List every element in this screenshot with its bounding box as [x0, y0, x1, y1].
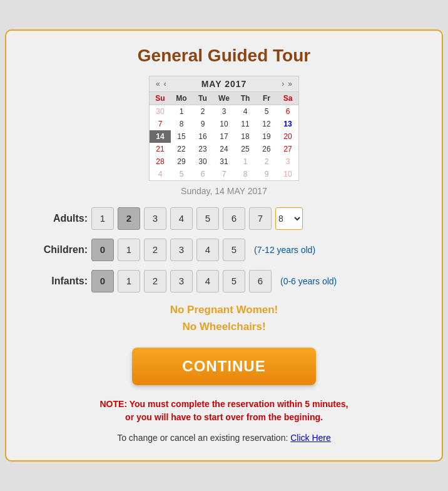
cal-cell-29[interactable]: 29 — [171, 155, 192, 168]
cal-cell-1[interactable]: 1 — [235, 155, 256, 168]
cal-next-year-btn[interactable]: » — [287, 80, 293, 88]
cal-cell-21[interactable]: 21 — [150, 143, 171, 155]
warning-2: No Wheelchairs! — [31, 318, 417, 335]
main-container: General Guided Tour « ‹ MAY 2017 › » Su … — [5, 29, 443, 462]
cal-dayname-th: Th — [235, 92, 256, 105]
cal-cell-7[interactable]: 7 — [150, 118, 171, 130]
children-note: (7-12 years old) — [254, 245, 315, 255]
cal-prev-month-btn[interactable]: ‹ — [163, 80, 168, 88]
infants-btn-4[interactable]: 4 — [196, 270, 219, 292]
cal-dayname-we: We — [213, 92, 235, 105]
page-title: General Guided Tour — [31, 46, 417, 66]
cal-next-group[interactable]: › » — [280, 80, 293, 88]
adults-label: Adults: — [31, 213, 88, 224]
cal-prev-group[interactable]: « ‹ — [155, 80, 168, 88]
cal-cell-17[interactable]: 17 — [213, 130, 235, 143]
cal-cell-3[interactable]: 3 — [213, 105, 235, 118]
cal-cell-8[interactable]: 8 — [171, 118, 192, 130]
note-line1: NOTE: You must complete the reservation … — [100, 399, 349, 409]
cal-cell-6[interactable]: 6 — [277, 105, 298, 118]
cal-cell-9[interactable]: 9 — [256, 168, 277, 180]
cal-cell-20[interactable]: 20 — [277, 130, 298, 143]
adults-btn-7[interactable]: 7 — [249, 207, 272, 230]
cal-cell-18[interactable]: 18 — [235, 130, 256, 143]
cal-cell-4[interactable]: 4 — [235, 105, 256, 118]
children-label: Children: — [31, 244, 88, 256]
cal-cell-7[interactable]: 7 — [213, 168, 235, 180]
adults-btn-5[interactable]: 5 — [196, 207, 219, 230]
cal-cell-30[interactable]: 30 — [150, 105, 171, 118]
cal-cell-31[interactable]: 31 — [213, 155, 235, 168]
change-cancel-text: To change or cancel an existing reservat… — [117, 433, 288, 443]
children-btn-3[interactable]: 3 — [170, 239, 193, 261]
infants-btn-3[interactable]: 3 — [170, 270, 193, 292]
cal-cell-19[interactable]: 19 — [256, 130, 277, 143]
children-btn-4[interactable]: 4 — [196, 239, 219, 261]
cal-cell-30[interactable]: 30 — [192, 155, 213, 168]
cal-cell-15[interactable]: 15 — [171, 130, 192, 143]
infants-label: Infants: — [31, 276, 88, 287]
cal-cell-26[interactable]: 26 — [256, 143, 277, 155]
infants-btn-0[interactable]: 0 — [91, 270, 114, 292]
cal-cell-10[interactable]: 10 — [213, 118, 235, 130]
cal-cell-11[interactable]: 11 — [235, 118, 256, 130]
cal-cell-25[interactable]: 25 — [235, 143, 256, 155]
infants-btn-5[interactable]: 5 — [223, 270, 245, 292]
cal-cell-10[interactable]: 10 — [277, 168, 298, 180]
cal-dayname-tu: Tu — [192, 92, 213, 105]
adults-more-dropdown[interactable]: 8 9 10 — [275, 207, 303, 230]
cal-cell-4[interactable]: 4 — [150, 168, 171, 180]
cal-prev-year-btn[interactable]: « — [155, 80, 161, 88]
adults-row: Adults: 1 2 3 4 5 6 7 8 9 10 — [31, 207, 417, 230]
calendar-header: « ‹ MAY 2017 › » — [150, 76, 298, 92]
selected-date: Sunday, 14 MAY 2017 — [31, 186, 417, 196]
cal-cell-24[interactable]: 24 — [213, 143, 235, 155]
children-btn-0[interactable]: 0 — [91, 239, 114, 261]
change-cancel-link[interactable]: Click Here — [290, 433, 331, 443]
cal-dayname-sa: Sa — [277, 92, 298, 105]
continue-button-wrapper: CONTINUE — [31, 348, 417, 385]
calendar-wrapper: « ‹ MAY 2017 › » Su Mo Tu We Th Fr Sa 30… — [31, 76, 417, 181]
adults-btn-1[interactable]: 1 — [91, 207, 114, 230]
cal-month-year: MAY 2017 — [201, 79, 247, 89]
warnings-section: No Pregnant Women! No Wheelchairs! — [31, 301, 417, 335]
cal-cell-8[interactable]: 8 — [235, 168, 256, 180]
cal-cell-22[interactable]: 22 — [171, 143, 192, 155]
cal-cell-2[interactable]: 2 — [192, 105, 213, 118]
continue-button[interactable]: CONTINUE — [132, 348, 315, 385]
calendar-days-header: Su Mo Tu We Th Fr Sa — [150, 92, 298, 105]
infants-note: (0-6 years old) — [280, 276, 337, 286]
cal-dayname-fr: Fr — [256, 92, 277, 105]
adults-btn-2[interactable]: 2 — [118, 207, 140, 230]
cal-cell-27[interactable]: 27 — [277, 143, 298, 155]
children-btn-1[interactable]: 1 — [118, 239, 140, 261]
cal-cell-3[interactable]: 3 — [277, 155, 298, 168]
cal-cell-1[interactable]: 1 — [171, 105, 192, 118]
cal-cell-12[interactable]: 12 — [256, 118, 277, 130]
calendar-grid: 3012345678910111213141516171819202122232… — [150, 105, 298, 180]
infants-btn-1[interactable]: 1 — [118, 270, 140, 292]
children-btn-5[interactable]: 5 — [223, 239, 245, 261]
children-btn-2[interactable]: 2 — [144, 239, 166, 261]
cal-cell-9[interactable]: 9 — [192, 118, 213, 130]
cal-cell-2[interactable]: 2 — [256, 155, 277, 168]
cal-cell-6[interactable]: 6 — [192, 168, 213, 180]
adults-btn-6[interactable]: 6 — [223, 207, 245, 230]
cal-next-month-btn[interactable]: › — [280, 80, 285, 88]
infants-btn-2[interactable]: 2 — [144, 270, 166, 292]
adults-btn-4[interactable]: 4 — [170, 207, 193, 230]
infants-btn-6[interactable]: 6 — [249, 270, 272, 292]
cal-cell-13[interactable]: 13 — [277, 118, 298, 130]
cal-cell-14[interactable]: 14 — [150, 130, 171, 143]
cal-cell-28[interactable]: 28 — [150, 155, 171, 168]
infants-row: Infants: 0 1 2 3 4 5 6 (0-6 years old) — [31, 270, 417, 292]
cal-cell-5[interactable]: 5 — [171, 168, 192, 180]
note-line2: or you will have to start over from the … — [125, 412, 323, 422]
cal-cell-16[interactable]: 16 — [192, 130, 213, 143]
cal-cell-23[interactable]: 23 — [192, 143, 213, 155]
warning-1: No Pregnant Women! — [31, 301, 417, 318]
cal-cell-5[interactable]: 5 — [256, 105, 277, 118]
calendar: « ‹ MAY 2017 › » Su Mo Tu We Th Fr Sa 30… — [149, 76, 299, 181]
cal-dayname-mo: Mo — [171, 92, 192, 105]
adults-btn-3[interactable]: 3 — [144, 207, 166, 230]
